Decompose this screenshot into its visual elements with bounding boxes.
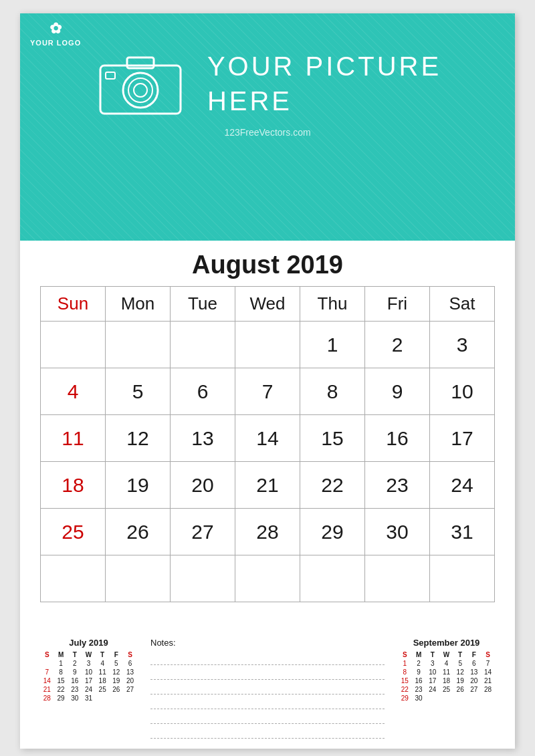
table-row: 30 [365, 509, 430, 555]
list-item: M [54, 650, 68, 659]
notes-label: Notes: [150, 638, 385, 648]
list-item: 4 [439, 659, 453, 668]
table-row: 18 [41, 462, 106, 509]
table-row: 14 [235, 415, 300, 462]
list-item: 21 [481, 676, 495, 685]
table-row: 6 [171, 368, 235, 415]
list-item: 13 [123, 668, 137, 676]
list-item: 7 [40, 668, 54, 676]
note-line-5 [150, 709, 385, 724]
list-item: 18 [96, 676, 110, 685]
calendar-section: August 2019 Sun Mon Tue Wed Thu Fri Sat … [20, 241, 515, 631]
list-item: 5 [453, 659, 467, 668]
note-line-3 [150, 680, 385, 695]
table-row: 13 [171, 415, 235, 462]
list-item: 6 [467, 659, 481, 668]
list-item: 13 [467, 668, 481, 676]
logo-text: YOUR LOGO [30, 39, 81, 47]
table-row: 24 [430, 462, 495, 509]
logo-flower-icon: ✿ [49, 20, 62, 37]
list-item: S [481, 650, 495, 659]
table-row [365, 555, 430, 602]
table-row [235, 322, 300, 368]
list-item: 25 [439, 685, 453, 694]
logo-area: ✿ YOUR LOGO [30, 20, 81, 47]
table-row [41, 322, 106, 368]
list-item: 14 [40, 676, 54, 685]
watermark-text: 123FreeVectors.com [30, 127, 505, 148]
sep-title: September 2019 [398, 638, 495, 648]
list-item: 10 [425, 668, 439, 676]
header-thu: Thu [300, 287, 365, 322]
main-calendar: Sun Mon Tue Wed Thu Fri Sat 123456789101… [40, 286, 495, 602]
list-item [425, 694, 439, 703]
list-item: 1 [54, 659, 68, 668]
svg-rect-5 [106, 72, 115, 79]
bottom-section: July 2019 SMTWTFS 1234567891011121314151… [20, 631, 515, 749]
list-item: 23 [68, 685, 82, 694]
list-item: W [439, 650, 453, 659]
table-row [171, 322, 235, 368]
list-item: 7 [481, 659, 495, 668]
table-row [106, 322, 171, 368]
list-item: 27 [123, 685, 137, 694]
table-row: 31 [430, 509, 495, 555]
list-item: 29 [398, 694, 412, 703]
list-item: 24 [82, 685, 96, 694]
list-item: 9 [412, 668, 426, 676]
svg-point-4 [134, 84, 147, 97]
table-row [235, 555, 300, 602]
picture-text-line1: YOUR PICTURE [207, 49, 441, 84]
svg-rect-1 [127, 57, 154, 68]
list-item: T [425, 650, 439, 659]
list-item: 9 [68, 668, 82, 676]
table-row: 7 [235, 368, 300, 415]
list-item [481, 694, 495, 703]
list-item: 4 [96, 659, 110, 668]
july-title: July 2019 [40, 638, 137, 648]
table-row: 1 [300, 322, 365, 368]
notes-area: Notes: [144, 638, 391, 739]
table-row: 2 [365, 322, 430, 368]
list-item: 6 [123, 659, 137, 668]
list-item: 20 [467, 676, 481, 685]
list-item: T [68, 650, 82, 659]
table-row: 16 [365, 415, 430, 462]
list-item: 15 [54, 676, 68, 685]
list-item [110, 694, 124, 703]
page: ✿ YOUR LOGO YOUR PICTURE HERE [20, 13, 515, 749]
header-section: ✿ YOUR LOGO YOUR PICTURE HERE [20, 13, 515, 241]
list-item: 3 [425, 659, 439, 668]
table-row: 3 [430, 322, 495, 368]
list-item: 26 [110, 685, 124, 694]
list-item: 11 [96, 668, 110, 676]
list-item: 2 [412, 659, 426, 668]
july-table: SMTWTFS 12345678910111213141516171819202… [40, 650, 137, 703]
list-item: 19 [453, 676, 467, 685]
table-row: 29 [300, 509, 365, 555]
note-line-1 [150, 650, 385, 665]
list-item: 19 [110, 676, 124, 685]
list-item: F [110, 650, 124, 659]
list-item: 5 [110, 659, 124, 668]
header-mon: Mon [106, 287, 171, 322]
table-row: 5 [106, 368, 171, 415]
list-item: 8 [54, 668, 68, 676]
month-title: August 2019 [40, 251, 495, 279]
list-item: T [96, 650, 110, 659]
list-item: 28 [481, 685, 495, 694]
note-line-6 [150, 724, 385, 739]
table-row: 20 [171, 462, 235, 509]
header-fri: Fri [365, 287, 430, 322]
sep-table: SMTWTFS 12345678910111213141516171819202… [398, 650, 495, 703]
picture-text: YOUR PICTURE HERE [207, 49, 441, 118]
table-row: 9 [365, 368, 430, 415]
list-item: 12 [110, 668, 124, 676]
picture-area: YOUR PICTURE HERE [30, 20, 505, 127]
table-row [106, 555, 171, 602]
list-item: 15 [398, 676, 412, 685]
list-item: 31 [82, 694, 96, 703]
table-row [41, 555, 106, 602]
list-item: S [123, 650, 137, 659]
list-item: S [398, 650, 412, 659]
